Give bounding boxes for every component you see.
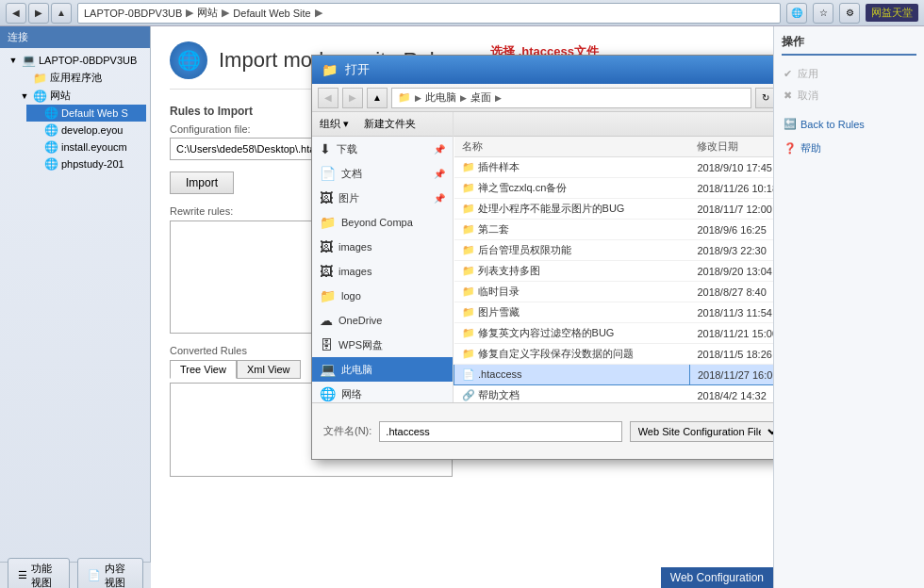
- table-row[interactable]: 📄 .htaccess 2018/11/27 16:00 HTACCESS 文件: [454, 365, 774, 385]
- tree-item-install[interactable]: 🌐 install.eyoucm: [26, 139, 146, 155]
- table-row[interactable]: 📁 临时目录 2018/8/27 8:40 文件夹: [454, 282, 774, 302]
- nav-item-pics[interactable]: 🖼 图片 📌: [312, 186, 453, 210]
- file-icon: 📁: [462, 182, 475, 193]
- file-dialog: 📁 打开 ✕ ◀ ▶ ▲ 📁 ▶ 此电脑 ▶ 桌面 ▶ ↻ 搜索'桌面': [311, 55, 773, 460]
- dlg-back-btn[interactable]: ◀: [318, 88, 338, 108]
- breadcrumb-seg3: Default Web Site: [233, 8, 310, 19]
- table-row[interactable]: 📁 插件样本 2018/9/10 17:45 文件夹: [454, 157, 774, 178]
- browser-bar: ◀ ▶ ▲ LAPTOP-0BDPV3UB ▶ 网站 ▶ Default Web…: [0, 0, 924, 26]
- tab-feature-view[interactable]: ☰ 功能视图: [8, 558, 70, 589]
- tab-content-view[interactable]: 📄 内容视图: [77, 558, 143, 589]
- tree-item-apppool[interactable]: 📁 应用程序池: [15, 69, 146, 87]
- bottom-tabs-container: ☰ 功能视图 📄 内容视图: [0, 562, 151, 588]
- help-label: 帮助: [800, 141, 821, 155]
- breadcrumb: LAPTOP-0BDPV3UB ▶ 网站 ▶ Default Web Site …: [77, 3, 781, 24]
- nav-item-images1[interactable]: 🖼 images: [312, 235, 453, 259]
- nav-item-logo[interactable]: 📁 logo: [312, 284, 453, 308]
- path-seg-desktop: 桌面: [470, 90, 491, 105]
- settings-icon[interactable]: ⚙: [839, 3, 860, 24]
- site-icon: 🌐: [44, 140, 58, 154]
- organize-label[interactable]: 组织 ▾: [320, 117, 349, 131]
- nav-label: 下载: [337, 142, 357, 156]
- help-link[interactable]: ❓ 帮助: [782, 138, 916, 159]
- expand-icon: ▼: [19, 91, 30, 101]
- apppool-icon: 📁: [33, 72, 47, 85]
- dialog-bottom: 文件名(N): Web Site Configuration File 打开(O…: [312, 402, 773, 459]
- tree-item-websites[interactable]: ▼ 🌐 网站: [15, 87, 146, 105]
- tree-label: phpstudy-201: [61, 158, 124, 170]
- tab-tree-view[interactable]: Tree View: [170, 360, 237, 379]
- table-row[interactable]: 📁 图片雪藏 2018/11/3 11:54 文件夹: [454, 302, 774, 323]
- dialog-title-icon: 📁: [322, 62, 338, 77]
- pin-icon: 📌: [434, 144, 445, 155]
- col-date: 修改日期: [689, 137, 773, 157]
- bottom-tabs: ☰ 功能视图 📄 内容视图: [0, 562, 151, 588]
- nav-item-docs[interactable]: 📄 文档 📌: [312, 161, 453, 186]
- tree-item-develop[interactable]: 🌐 develop.eyou: [26, 122, 146, 139]
- file-date: 2018/11/26 10:18: [689, 178, 773, 199]
- file-icon: 📁: [462, 306, 475, 318]
- tree-item-default[interactable]: 🌐 Default Web S: [26, 105, 146, 122]
- nav-item-wps[interactable]: 🗄 WPS网盘: [312, 333, 453, 357]
- apply-action[interactable]: ✔ 应用: [782, 63, 916, 85]
- globe-icon[interactable]: 🌐: [786, 3, 807, 24]
- wps-icon: 🗄: [320, 337, 333, 352]
- new-folder-label[interactable]: 新建文件夹: [364, 117, 416, 131]
- forward-btn[interactable]: ▶: [28, 3, 49, 24]
- dlg-refresh-btn[interactable]: ↻: [755, 88, 773, 108]
- docs-icon: 📄: [320, 166, 336, 181]
- nav-label: 文档: [341, 167, 362, 181]
- nav-item-download[interactable]: ⬇ 下载 📌: [312, 137, 453, 161]
- dlg-forward-btn[interactable]: ▶: [342, 88, 363, 108]
- cancel-action[interactable]: ✖ 取消: [782, 85, 916, 106]
- table-row[interactable]: 📁 禅之雪czxlq.cn备份 2018/11/26 10:18 文件夹: [454, 178, 774, 199]
- tab-label: 功能视图: [31, 562, 59, 589]
- actions-title: 操作: [782, 34, 916, 56]
- back-to-rules-link[interactable]: 🔙 Back to Rules: [782, 114, 916, 134]
- table-row[interactable]: 📁 处理小程序不能显示图片的BUG 2018/11/7 12:00 文件夹: [454, 199, 774, 220]
- top-right-label: 网益天堂: [866, 4, 918, 22]
- import-button[interactable]: Import: [170, 172, 234, 194]
- sidebar: 连接 ▼ 💻 LAPTOP-0BDPV3UB 📁 应用程序池 ▼ 🌐 网站 🌐 …: [0, 26, 151, 588]
- table-row[interactable]: 📁 第二套 2018/9/6 16:25 文件夹: [454, 220, 774, 240]
- tree-item-laptop[interactable]: ▼ 💻 LAPTOP-0BDPV3UB: [4, 52, 146, 69]
- filetype-select[interactable]: Web Site Configuration File: [630, 421, 773, 442]
- file-name-cell: 📁 临时目录: [454, 282, 690, 302]
- path-arrow2: ▶: [460, 93, 467, 103]
- nav-item-beyond[interactable]: 📁 Beyond Compa: [312, 210, 453, 235]
- nav-item-network[interactable]: 🌐 网络: [312, 382, 453, 402]
- nav-item-mypc[interactable]: 💻 此电脑: [312, 357, 453, 382]
- star-icon[interactable]: ☆: [813, 3, 833, 24]
- table-row[interactable]: 📁 后台管理员权限功能 2018/9/3 22:30 文件夹: [454, 240, 774, 261]
- websites-icon: 🌐: [33, 90, 47, 103]
- back-btn[interactable]: ◀: [6, 3, 26, 24]
- table-row[interactable]: 📁 列表支持多图 2018/9/20 13:04 文件夹: [454, 261, 774, 282]
- table-row[interactable]: 📁 修复自定义字段保存没数据的问题 2018/11/5 18:26 文件夹: [454, 344, 774, 365]
- dlg-toolbar2: 组织 ▾ 新建文件夹: [312, 112, 453, 137]
- file-date: 2018/4/2 14:32: [689, 385, 773, 403]
- filename-input[interactable]: [379, 421, 621, 442]
- tab-xml-view[interactable]: Xml View: [237, 360, 301, 379]
- main-layout: 连接 ▼ 💻 LAPTOP-0BDPV3UB 📁 应用程序池 ▼ 🌐 网站 🌐 …: [0, 26, 924, 588]
- dialog-title: 打开: [345, 61, 370, 78]
- nav-item-onedrive[interactable]: ☁ OneDrive: [312, 308, 453, 333]
- logo-icon: 📁: [320, 288, 336, 303]
- file-name-cell: 📁 禅之雪czxlq.cn备份: [454, 178, 690, 199]
- nav-item-images2[interactable]: 🖼 images: [312, 259, 453, 284]
- tree-label: develop.eyou: [61, 124, 123, 136]
- file-icon: 📁: [462, 286, 475, 297]
- pin-icon: 📌: [434, 193, 445, 204]
- nav-label: 图片: [338, 191, 359, 205]
- tree-item-phpstudy[interactable]: 🌐 phpstudy-201: [26, 155, 146, 172]
- nav-label: logo: [341, 290, 361, 302]
- dlg-up-btn[interactable]: ▲: [367, 88, 388, 108]
- table-row[interactable]: 📁 修复英文内容过滤空格的BUG 2018/11/21 15:00 文件夹: [454, 323, 774, 344]
- tree-label: 网站: [50, 89, 71, 103]
- table-row[interactable]: 🔗 帮助文档 2018/4/2 14:32 快捷方式: [454, 385, 774, 403]
- file-name-cell: 📁 处理小程序不能显示图片的BUG: [454, 199, 690, 220]
- file-date: 2018/9/10 17:45: [689, 157, 773, 178]
- sep3: ▶: [315, 7, 322, 19]
- tree-root: ▼ 💻 LAPTOP-0BDPV3UB 📁 应用程序池 ▼ 🌐 网站 🌐 Def…: [0, 48, 150, 176]
- up-btn[interactable]: ▲: [51, 3, 72, 24]
- tree-label: Default Web S: [61, 107, 128, 119]
